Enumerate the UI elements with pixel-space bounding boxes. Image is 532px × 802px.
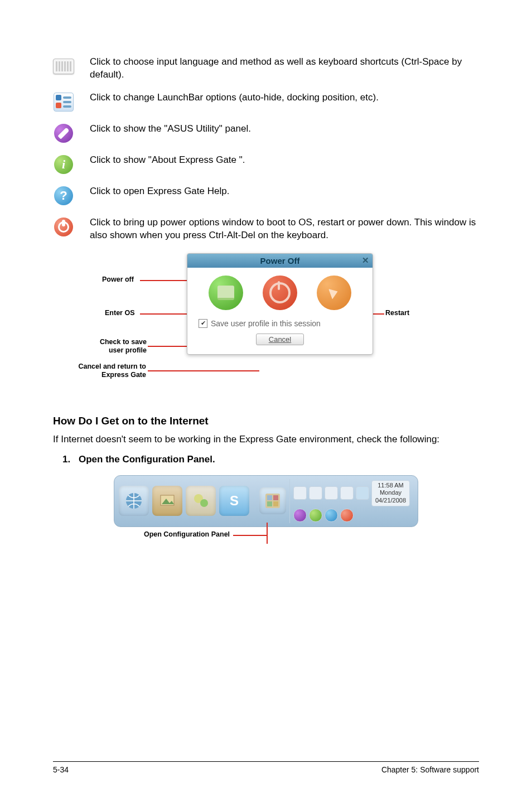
about-desc: Click to show "About Express Gate ". (90, 154, 479, 167)
launchbar: S 11:58 AM Monday 04/2 (114, 475, 418, 527)
page-footer: 5-34 Chapter 5: Software support (53, 761, 479, 774)
asus-utility-desc: Click to show the "ASUS Utility" panel. (90, 123, 479, 136)
svg-rect-7 (273, 495, 278, 500)
callout-check-save: Check to save user profile (91, 338, 147, 355)
row-launchbar-opts: Click to change LaunchBar options (auto-… (53, 91, 479, 113)
close-icon[interactable]: ✕ (362, 255, 369, 265)
tray-power-icon[interactable] (340, 509, 354, 522)
open-cfg-callout: Open Configuration Panel (53, 533, 479, 554)
tray-clock: 11:58 AM Monday 04/21/2008 (371, 480, 410, 506)
skype-letter: S (230, 493, 239, 509)
row-keyboard: Click to choose input language and metho… (53, 56, 479, 81)
cancel-button[interactable]: Cancel (256, 334, 304, 345)
launchbar-figure: S 11:58 AM Monday 04/2 (53, 475, 479, 554)
footer-chapter: Chapter 5: Software support (381, 765, 479, 774)
asus-utility-icon (53, 123, 74, 144)
svg-rect-9 (273, 501, 278, 506)
launchbar-options-icon (53, 91, 74, 113)
callout-cancel-l1: Cancel and return to (78, 363, 146, 370)
tray-help-icon[interactable] (325, 509, 338, 522)
tray-asus-utility-icon[interactable] (293, 509, 307, 522)
section-heading: How Do I Get on to the Internet (53, 415, 479, 427)
callout-check-save-l2: user profile (109, 346, 147, 354)
svg-point-4 (200, 499, 208, 507)
steps-list: Open the Configuration Panel. (53, 454, 479, 465)
power-off-button[interactable] (263, 276, 297, 310)
cancel-button-label: Cancel (269, 335, 291, 344)
save-profile-row: ✔ Save user profile in this session (199, 319, 361, 328)
app-skype-icon[interactable]: S (219, 486, 249, 516)
power-off-dialog: Power Off ✕ ✔ Save user profile in this … (187, 253, 373, 355)
dialog-title-text: Power Off (260, 256, 300, 265)
tray-time: 11:58 AM (375, 482, 406, 490)
launchbar-tray: 11:58 AM Monday 04/21/2008 (289, 479, 413, 523)
row-power: Click to bring up power options window t… (53, 216, 479, 242)
tray-settings-icon[interactable] (356, 486, 369, 500)
power-dialog-diagram: Power off Enter OS Check to save user pr… (53, 253, 479, 398)
tray-date: 04/21/2008 (375, 497, 406, 505)
section-intro: If Internet doesn't seem to be working i… (53, 433, 479, 446)
save-profile-label: Save user profile in this session (211, 319, 321, 328)
app-chat-icon[interactable] (186, 486, 216, 516)
help-icon: ? (53, 185, 74, 206)
tray-row-1: 11:58 AM Monday 04/21/2008 (293, 480, 410, 506)
tray-net-icon[interactable] (293, 486, 307, 500)
row-asus-utility: Click to show the "ASUS Utility" panel. (53, 123, 479, 144)
callout-cancel-l2: Express Gate (101, 371, 146, 379)
enter-os-button[interactable] (209, 276, 243, 310)
power-icon (53, 216, 74, 238)
dialog-button-row (199, 276, 361, 310)
app-photo-icon[interactable] (152, 486, 182, 516)
step-1: Open the Configuration Panel. (73, 454, 479, 465)
save-profile-checkbox[interactable]: ✔ (199, 319, 207, 328)
app-browser-icon[interactable] (119, 486, 149, 516)
svg-rect-8 (267, 501, 272, 506)
help-desc: Click to open Express Gate Help. (90, 185, 479, 198)
callout-enter-os: Enter OS (105, 309, 135, 318)
tray-keyboard-icon[interactable] (340, 486, 354, 500)
callout-check-save-l1: Check to save (100, 338, 147, 346)
tray-volume-icon[interactable] (309, 486, 322, 500)
svg-rect-6 (267, 495, 272, 500)
callout-restart: Restart (385, 309, 409, 318)
cancel-wrap: Cancel (199, 334, 361, 345)
tray-row-2 (293, 509, 410, 522)
callout-power-off: Power off (102, 276, 134, 284)
launchbar-opts-desc: Click to change LaunchBar options (auto-… (90, 91, 479, 104)
footer-page-number: 5-34 (53, 765, 69, 774)
configuration-panel-icon[interactable] (259, 487, 286, 514)
page: Click to choose input language and metho… (0, 0, 532, 802)
tray-day: Monday (375, 489, 406, 497)
dialog-title-bar: Power Off ✕ (187, 254, 373, 268)
keyboard-desc: Click to choose input language and metho… (90, 56, 479, 81)
restart-button[interactable] (317, 276, 351, 310)
launchbar-inner: S 11:58 AM Monday 04/2 (119, 479, 413, 523)
power-desc: Click to bring up power options window t… (90, 216, 479, 242)
tray-info-icon[interactable] (309, 509, 322, 522)
dialog-body: ✔ Save user profile in this session Canc… (187, 268, 373, 354)
row-about: i Click to show "About Express Gate ". (53, 154, 479, 175)
callout-cancel: Cancel and return to Express Gate (71, 363, 146, 380)
tray-disc-icon[interactable] (325, 486, 338, 500)
info-icon: i (53, 154, 74, 175)
open-cfg-label: Open Configuration Panel (144, 530, 230, 538)
keyboard-icon (53, 56, 74, 77)
row-help: ? Click to open Express Gate Help. (53, 185, 479, 206)
